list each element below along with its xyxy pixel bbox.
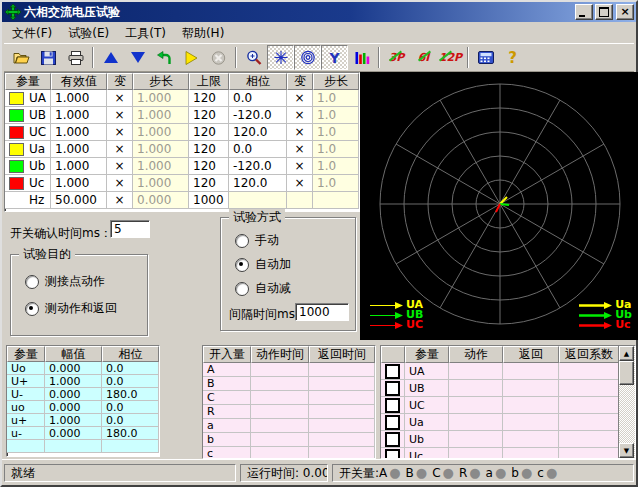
param-cell[interactable]: Ub: [5, 158, 51, 175]
harmonic-bars-button[interactable]: [348, 45, 375, 70]
reset-button[interactable]: [151, 45, 178, 70]
help-button[interactable]: ?: [499, 45, 526, 70]
result-param-cell[interactable]: UA: [405, 363, 449, 380]
phase-cell[interactable]: -120.0: [229, 158, 287, 175]
result-coef-cell[interactable]: [559, 414, 619, 431]
checkbox-icon[interactable]: [385, 398, 400, 413]
y-connection-button[interactable]: Y: [321, 45, 348, 70]
vary-cell[interactable]: ×: [287, 158, 313, 175]
vary-cell[interactable]: ×: [287, 90, 313, 107]
vector-diagram-button[interactable]: [267, 45, 294, 70]
step-cell[interactable]: 1.000: [133, 175, 189, 192]
switch-confirm-input[interactable]: [110, 220, 150, 238]
seq-param-cell[interactable]: u+: [7, 414, 45, 427]
vary-cell[interactable]: ×: [107, 124, 133, 141]
step-cell[interactable]: 1.0: [313, 107, 359, 124]
value-cell[interactable]: 1.000: [51, 124, 107, 141]
result-ret-cell[interactable]: [503, 448, 559, 459]
checkbox-cell[interactable]: [381, 414, 405, 431]
seq-value-cell[interactable]: 180.0: [102, 388, 159, 401]
param-cell[interactable]: Ua: [5, 141, 51, 158]
seq-value-cell[interactable]: [102, 440, 159, 453]
vary-cell[interactable]: ×: [107, 141, 133, 158]
radio-option[interactable]: 测动作和返回: [25, 300, 117, 317]
value-cell[interactable]: 1.000: [51, 175, 107, 192]
step-cell[interactable]: 1.000: [133, 158, 189, 175]
seq-param-cell[interactable]: Uo: [7, 362, 45, 375]
radio-option[interactable]: 测接点动作: [25, 273, 105, 290]
result-coef-cell[interactable]: [559, 397, 619, 414]
radio-option[interactable]: 手动: [235, 232, 279, 249]
checkbox-icon[interactable]: [385, 415, 400, 430]
vary-cell[interactable]: ×: [287, 124, 313, 141]
phase-cell[interactable]: [229, 192, 287, 209]
step-cell[interactable]: 1.0: [313, 141, 359, 158]
limit-cell[interactable]: 120: [189, 175, 229, 192]
impedance-circle-button[interactable]: [294, 45, 321, 70]
result-ret-cell[interactable]: [503, 414, 559, 431]
print-button[interactable]: [62, 45, 89, 70]
param-cell[interactable]: Uc: [5, 175, 51, 192]
seq-value-cell[interactable]: 0.0: [102, 401, 159, 414]
checkbox-icon[interactable]: [385, 364, 400, 379]
vary-cell[interactable]: ×: [287, 141, 313, 158]
result-ret-cell[interactable]: [503, 397, 559, 414]
din-name-cell[interactable]: A: [203, 363, 251, 377]
phase-cell[interactable]: 120.0: [229, 175, 287, 192]
din-name-cell[interactable]: B: [203, 377, 251, 391]
din-act-time-cell[interactable]: [251, 363, 309, 377]
maximize-button[interactable]: [595, 4, 613, 20]
result-param-cell[interactable]: Ub: [405, 431, 449, 448]
din-ret-time-cell[interactable]: [309, 363, 375, 377]
limit-cell[interactable]: 120: [189, 124, 229, 141]
phase-cell[interactable]: 0.0: [229, 90, 287, 107]
radio-option[interactable]: 自动减: [235, 280, 291, 297]
din-act-time-cell[interactable]: [251, 447, 309, 459]
step-cell[interactable]: 1.0: [313, 124, 359, 141]
result-act-cell[interactable]: [449, 431, 503, 448]
menu-test[interactable]: 试验(E): [60, 23, 117, 44]
seq-value-cell[interactable]: 0.0: [102, 414, 159, 427]
close-button[interactable]: ×: [616, 4, 634, 20]
3p-button[interactable]: 3P: [383, 45, 410, 70]
din-act-time-cell[interactable]: [251, 391, 309, 405]
scroll-down-button[interactable]: ▼: [619, 443, 634, 458]
result-param-cell[interactable]: UC: [405, 397, 449, 414]
din-name-cell[interactable]: c: [203, 447, 251, 459]
limit-cell[interactable]: 120: [189, 107, 229, 124]
result-act-cell[interactable]: [449, 448, 503, 459]
din-name-cell[interactable]: a: [203, 419, 251, 433]
vary-cell[interactable]: ×: [107, 158, 133, 175]
value-cell[interactable]: 1.000: [51, 158, 107, 175]
result-param-cell[interactable]: UB: [405, 380, 449, 397]
din-name-cell[interactable]: R: [203, 405, 251, 419]
seq-value-cell[interactable]: 0.000: [45, 388, 102, 401]
seq-param-cell[interactable]: U-: [7, 388, 45, 401]
vary-cell[interactable]: ×: [107, 107, 133, 124]
value-cell[interactable]: 1.000: [51, 141, 107, 158]
phase-cell[interactable]: 0.0: [229, 141, 287, 158]
vertical-scrollbar[interactable]: ▲ ▼: [618, 346, 635, 458]
checkbox-icon[interactable]: [385, 432, 400, 447]
menu-help[interactable]: 帮助(H): [174, 23, 232, 44]
din-name-cell[interactable]: C: [203, 391, 251, 405]
param-cell[interactable]: Hz: [5, 192, 51, 209]
param-cell[interactable]: UB: [5, 107, 51, 124]
din-act-time-cell[interactable]: [251, 433, 309, 447]
device-panel-button[interactable]: [472, 45, 499, 70]
menu-tools[interactable]: 工具(T): [117, 23, 174, 44]
din-ret-time-cell[interactable]: [309, 391, 375, 405]
seq-value-cell[interactable]: 1.000: [45, 375, 102, 388]
phase-cell[interactable]: -120.0: [229, 107, 287, 124]
vary-cell[interactable]: [287, 192, 313, 209]
seq-param-cell[interactable]: [7, 440, 45, 453]
result-act-cell[interactable]: [449, 414, 503, 431]
step-cell[interactable]: [313, 192, 359, 209]
step-cell[interactable]: 1.0: [313, 175, 359, 192]
radio-icon[interactable]: [25, 275, 39, 289]
result-coef-cell[interactable]: [559, 363, 619, 380]
checkbox-cell[interactable]: [381, 397, 405, 414]
result-coef-cell[interactable]: [559, 380, 619, 397]
result-coef-cell[interactable]: [559, 431, 619, 448]
phase-cell[interactable]: 120.0: [229, 124, 287, 141]
